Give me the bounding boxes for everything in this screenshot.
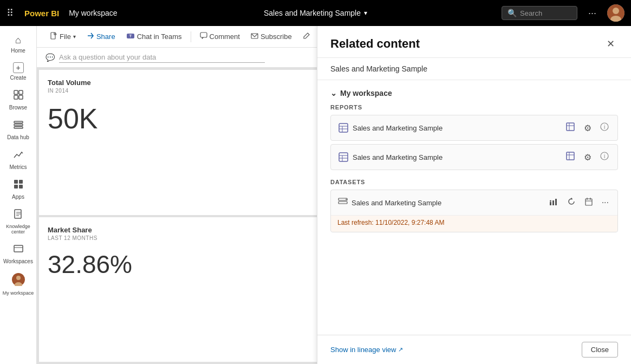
related-subtitle: Sales and Marketing Sample <box>317 58 631 80</box>
svg-rect-70 <box>550 202 551 205</box>
svg-rect-71 <box>552 200 554 205</box>
sidebar-item-label: Metrics <box>9 164 27 170</box>
sidebar-item-myworkspace[interactable]: My workspace <box>0 269 36 300</box>
share-icon <box>87 32 94 41</box>
svg-rect-13 <box>19 185 23 188</box>
sidebar-item-datahub[interactable]: Data hub <box>0 115 36 145</box>
svg-rect-53 <box>567 123 574 131</box>
svg-text:T: T <box>129 34 132 38</box>
chevron-down-icon: ▾ <box>364 9 367 17</box>
dataset-refresh-icon[interactable] <box>565 196 578 209</box>
create-icon: + <box>13 62 24 73</box>
sidebar-item-create[interactable]: + Create <box>0 58 36 85</box>
tile-subtitle: LAST 12 MONTHS <box>48 235 324 241</box>
sidebar-item-label: Home <box>11 48 25 54</box>
related-footer: Show in lineage view ↗ Close <box>317 335 631 364</box>
report-info-icon-1[interactable]: i <box>598 121 611 134</box>
teams-icon: T <box>126 32 135 41</box>
sidebar-item-metrics[interactable]: Metrics <box>0 145 36 174</box>
svg-text:i: i <box>604 153 605 159</box>
close-panel-button[interactable]: ✕ <box>603 37 618 51</box>
svg-point-73 <box>550 200 551 202</box>
svg-rect-9 <box>14 127 23 128</box>
apps-grid-icon[interactable]: ⠿ <box>6 7 14 19</box>
related-body: ⌄ My workspace REPORTS Sales and Marketi… <box>317 80 631 335</box>
related-panel-title: Related content <box>330 37 420 51</box>
report-info-icon-2[interactable]: i <box>598 151 611 164</box>
qa-input[interactable] <box>59 52 265 63</box>
svg-rect-74 <box>586 199 592 205</box>
sidebar-item-label: Create <box>10 75 26 81</box>
svg-rect-58 <box>339 153 348 161</box>
comment-button[interactable]: Comment <box>196 30 244 43</box>
svg-text:i: i <box>604 124 605 130</box>
reports-section-label: REPORTS <box>330 104 618 110</box>
report-name-1: Sales and Marketing Sample <box>353 124 563 132</box>
search-input[interactable] <box>520 9 571 17</box>
report-actions-2: ⚙ i <box>563 150 611 164</box>
dataset-name-1: Sales and Marketing Sample <box>352 199 547 207</box>
sidebar-item-label: Workspaces <box>3 258 33 264</box>
main-layout: ⌂ Home + Create Browse Data hub Metrics <box>0 26 631 364</box>
apps-icon <box>13 179 24 192</box>
report-settings-icon-1[interactable]: ⚙ <box>582 122 594 134</box>
dataset-actions-1: ··· <box>547 196 611 210</box>
report-title[interactable]: Sales and Marketing Sample ▾ <box>264 9 367 17</box>
lineage-view-link[interactable]: Show in lineage view ↗ <box>330 346 403 354</box>
tile-subtitle: IN 2014 <box>48 88 324 94</box>
svg-rect-4 <box>19 90 23 94</box>
svg-rect-12 <box>14 185 18 188</box>
chat-in-teams-button[interactable]: T Chat in Teams <box>122 30 186 43</box>
sidebar-item-home[interactable]: ⌂ Home <box>0 30 36 58</box>
tile-title: Total Volume <box>48 79 324 87</box>
qa-icon: 💬 <box>45 53 55 62</box>
sidebar-item-workspaces[interactable]: Workspaces <box>0 239 36 269</box>
file-button[interactable]: File ▾ <box>45 30 80 43</box>
datasets-section: DATASETS Sales and Marketing Sample <box>330 179 618 232</box>
datasets-section-label: DATASETS <box>330 179 618 185</box>
close-footer-button[interactable]: Close <box>582 342 618 358</box>
workspace-label: My workspace <box>69 9 117 17</box>
top-nav: ⠿ Power BI My workspace Sales and Market… <box>0 0 631 26</box>
avatar[interactable] <box>607 4 625 22</box>
dataset-schedule-icon[interactable] <box>582 196 595 209</box>
share-button[interactable]: Share <box>82 30 120 43</box>
pencil-icon <box>303 32 310 41</box>
svg-point-21 <box>16 276 21 280</box>
workspace-section-header[interactable]: ⌄ My workspace <box>330 89 618 98</box>
svg-rect-6 <box>19 95 23 99</box>
sidebar-item-knowledge[interactable]: Knowledge center <box>0 204 36 239</box>
total-volume-tile: Total Volume IN 2014 50K <box>39 70 333 215</box>
report-settings-icon-2[interactable]: ⚙ <box>582 151 594 164</box>
sidebar-item-label: My workspace <box>3 290 34 296</box>
dataset-chart-icon[interactable] <box>547 196 561 210</box>
svg-rect-49 <box>339 123 348 132</box>
svg-rect-68 <box>339 202 347 204</box>
sidebar-item-apps[interactable]: Apps <box>0 174 36 204</box>
sidebar: ⌂ Home + Create Browse Data hub Metrics <box>0 26 37 364</box>
dataset-more-icon[interactable]: ··· <box>600 197 611 209</box>
report-name-2: Sales and Marketing Sample <box>353 153 563 161</box>
browse-icon <box>13 89 24 103</box>
related-panel: Related content ✕ Sales and Marketing Sa… <box>317 26 631 364</box>
home-icon: ⌂ <box>15 35 21 46</box>
sidebar-item-label: Data hub <box>7 134 29 140</box>
tile-value: 32.86% <box>48 250 324 279</box>
dataset-row: Sales and Marketing Sample ··· <box>331 190 617 215</box>
report-item-1: Sales and Marketing Sample ⚙ i <box>330 115 618 141</box>
market-share-tile: Market Share LAST 12 MONTHS 32.86% <box>39 217 333 362</box>
report-open-icon-2[interactable] <box>563 150 577 164</box>
sidebar-item-browse[interactable]: Browse <box>0 85 36 115</box>
svg-rect-3 <box>14 90 18 94</box>
report-item-2: Sales and Marketing Sample ⚙ i <box>330 144 618 170</box>
svg-rect-5 <box>14 95 18 99</box>
more-toolbar-button[interactable] <box>298 30 315 43</box>
report-open-icon-1[interactable] <box>563 121 577 135</box>
subscribe-button[interactable]: Subscribe <box>246 30 296 43</box>
svg-point-1 <box>613 8 619 14</box>
knowledge-icon <box>13 209 24 222</box>
search-box[interactable]: 🔍 <box>502 6 577 20</box>
more-options-icon[interactable]: ··· <box>588 8 596 19</box>
chevron-down-icon: ⌄ <box>330 89 337 98</box>
tile-title: Market Share <box>48 226 324 234</box>
